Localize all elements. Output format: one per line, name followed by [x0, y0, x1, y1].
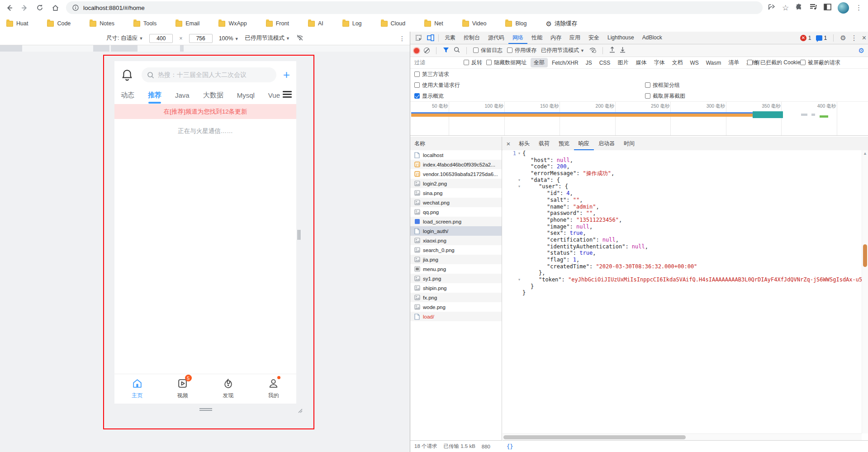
filter-chip-Wasm[interactable]: Wasm [703, 59, 725, 67]
request-row[interactable]: qq.png [410, 207, 502, 217]
device-toolbar-menu-icon[interactable]: ⋮ [399, 35, 405, 42]
home-icon[interactable] [49, 1, 62, 14]
devtools-tab-应用[interactable]: 应用 [565, 32, 584, 44]
filter-chip-CSS[interactable]: CSS [596, 59, 614, 67]
error-count-badge[interactable]: ✕1 [800, 35, 811, 41]
bookmark-item[interactable]: Huat [6, 20, 28, 27]
channel-tab-Vue[interactable]: Vue [268, 91, 280, 99]
request-row[interactable]: wechat.png [410, 198, 502, 207]
profile-avatar[interactable] [838, 2, 849, 14]
search-input[interactable]: 热搜：十三届全国人大二次会议 [142, 67, 276, 82]
filter-chip-Fetch/XHR[interactable]: Fetch/XHR [549, 59, 582, 67]
capture-screenshots-checkbox[interactable]: 截取屏幕截图 [645, 92, 685, 100]
channel-tab-推荐[interactable]: 推荐 [148, 91, 161, 100]
devtools-tab-网络[interactable]: 网络 [508, 32, 527, 44]
scrollbar-thumb[interactable] [863, 244, 867, 267]
request-row[interactable]: login_auth/ [410, 226, 502, 236]
export-har-icon[interactable] [620, 47, 626, 54]
panel-tab-响应[interactable]: 响应 [574, 137, 594, 150]
request-row[interactable]: vendor.106539abafa21725da6... [410, 169, 502, 179]
extensions-icon[interactable] [795, 3, 803, 13]
response-horizontal-scrollbar[interactable] [503, 433, 862, 440]
devtools-tab-内存[interactable]: 内存 [546, 32, 565, 44]
nav-item-主页[interactable]: 主页 [114, 374, 160, 404]
channel-tab-Mysql[interactable]: Mysql [237, 91, 255, 99]
big-request-rows-checkbox[interactable]: 使用大量请求行 [414, 81, 460, 89]
panel-tab-启动器[interactable]: 启动器 [594, 137, 619, 150]
device-width-input[interactable]: 400 [149, 34, 173, 43]
fold-marker-icon[interactable]: ▾ [518, 177, 522, 184]
filter-chip-文档[interactable]: 文档 [669, 58, 686, 67]
channel-menu-icon[interactable] [283, 90, 292, 99]
back-icon[interactable] [3, 1, 15, 14]
filter-chip-字体[interactable]: 字体 [650, 58, 668, 67]
request-row[interactable]: index.4fabcd46bc0f939c52a2... [410, 160, 502, 169]
devtools-tab-安全[interactable]: 安全 [584, 32, 603, 44]
devtools-tab-Lighthouse[interactable]: Lighthouse [603, 32, 638, 44]
devtools-close-icon[interactable]: × [862, 34, 866, 42]
response-vertical-scrollbar[interactable]: ▲ [862, 150, 868, 433]
format-json-button[interactable]: {} [507, 443, 513, 450]
network-settings-gear-icon[interactable]: ⚙ [859, 47, 864, 55]
bookmark-item[interactable]: Notes [90, 20, 114, 27]
width-drag-handle[interactable] [298, 230, 300, 240]
name-column-header[interactable]: 名称 [410, 137, 502, 150]
request-row[interactable]: menu.png [410, 264, 502, 274]
share-icon[interactable] [768, 3, 776, 13]
preserve-log-checkbox[interactable]: 保留日志 [473, 47, 503, 54]
close-request-detail-icon[interactable]: × [503, 140, 514, 147]
search-network-icon[interactable] [454, 47, 460, 54]
reload-icon[interactable] [33, 1, 46, 14]
fold-marker-icon[interactable]: ▾ [518, 276, 522, 283]
add-icon[interactable]: + [283, 68, 290, 81]
device-size-select[interactable]: 尺寸: 自适应▼ [106, 34, 143, 42]
devtools-tab-AdBlock[interactable]: AdBlock [638, 32, 666, 44]
bookmark-item[interactable]: Email [175, 20, 199, 27]
issues-badge[interactable]: 1 [816, 35, 827, 41]
filter-chip-全部[interactable]: 全部 [531, 58, 548, 67]
address-bar[interactable]: localhost:8801/#/home [66, 1, 763, 14]
scroll-up-icon[interactable]: ▲ [863, 151, 867, 156]
import-har-icon[interactable] [609, 47, 615, 54]
panel-tab-载荷[interactable]: 载荷 [534, 137, 554, 150]
breakpoint-segment[interactable] [0, 45, 22, 52]
invert-checkbox[interactable]: 反转 [464, 59, 482, 67]
request-row[interactable]: wode.png [410, 302, 502, 312]
filter-chip-媒体[interactable]: 媒体 [632, 58, 650, 67]
nav-item-视频[interactable]: 视频5 [160, 374, 206, 404]
third-party-checkbox[interactable]: 第三方请求 [414, 71, 449, 78]
request-row[interactable]: search_0.png [410, 245, 502, 255]
nav-item-我的[interactable]: 我的 [251, 374, 297, 404]
nav-item-发现[interactable]: 发现 [205, 374, 251, 404]
channel-tab-大数据[interactable]: 大数据 [203, 91, 223, 100]
filter-chip-WS[interactable]: WS [687, 59, 702, 67]
hide-data-urls-checkbox[interactable]: 隐藏数据网址 [486, 59, 526, 67]
height-drag-handle[interactable] [199, 407, 212, 412]
filter-chip-JS[interactable]: JS [583, 59, 595, 67]
devtools-tab-性能[interactable]: 性能 [527, 32, 546, 44]
panel-tab-时间[interactable]: 时间 [619, 137, 639, 150]
group-by-frame-checkbox[interactable]: 按框架分组 [645, 81, 680, 89]
forward-icon[interactable] [18, 1, 31, 14]
toggle-device-toolbar-icon[interactable] [425, 33, 436, 43]
request-row[interactable]: login2.png [410, 179, 502, 188]
inspect-element-icon[interactable] [413, 33, 425, 43]
fold-marker-icon[interactable]: ▾ [518, 150, 522, 157]
filter-chip-图片[interactable]: 图片 [614, 58, 631, 67]
request-row[interactable]: shipin.png [410, 283, 502, 293]
request-row[interactable]: jia.png [410, 255, 502, 264]
bookmark-item[interactable]: Log [342, 20, 362, 27]
filter-funnel-icon[interactable] [443, 47, 449, 54]
breakpoint-segment[interactable] [111, 45, 138, 52]
devtools-tab-源代码[interactable]: 源代码 [484, 32, 508, 44]
bookmark-item[interactable]: Video [462, 20, 487, 27]
record-network-log-icon[interactable] [414, 48, 419, 53]
bookmark-item[interactable]: WxApp [218, 20, 247, 27]
device-height-input[interactable]: 756 [189, 34, 213, 43]
blocked-cookies-checkbox[interactable]: 有已拦截的 Cookie [747, 59, 801, 67]
bookmark-star-icon[interactable]: ☆ [782, 3, 789, 13]
browser-menu-icon[interactable]: ⋮ [855, 4, 862, 12]
devtools-tab-元素[interactable]: 元素 [441, 32, 460, 44]
bookmark-item[interactable]: Cloud [381, 20, 406, 27]
devtools-tab-控制台[interactable]: 控制台 [460, 32, 484, 44]
